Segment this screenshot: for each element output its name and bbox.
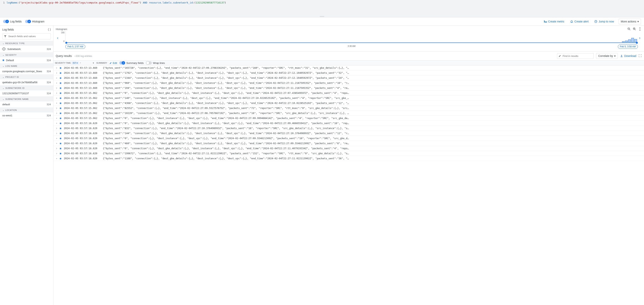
log-row[interactable]: ›✱2024-02-05 03:57:16.620{"bytes_sent":"… [54,151,644,156]
log-row[interactable]: ›✱2024-02-05 03:57:16.620{"bytes_sent":"… [54,121,644,126]
switch-icon[interactable] [119,61,125,65]
time-column-menu-icon[interactable]: ▾ [93,62,94,64]
expand-row-icon[interactable]: › [55,82,58,84]
facet-item[interactable]: ✱Default324 [0,57,53,64]
range-handle-end[interactable] [636,42,638,44]
expand-row-icon[interactable]: › [55,122,58,125]
log-row[interactable]: ›✱2024-02-05 03:57:15.062{"bytes_sent":"… [54,111,644,116]
correlate-button[interactable]: Correlate by ▾ [596,53,618,59]
log-row[interactable]: ›✱2024-02-05 03:57:15.062{"bytes_sent":"… [54,116,644,121]
facet-item[interactable]: compute.googleapis.com/vpc_flows324 [0,68,53,75]
log-row[interactable]: ›✱2024-02-05 03:57:16.620{"bytes_sent":"… [54,141,644,146]
expand-row-icon[interactable]: › [55,157,58,160]
expand-vertical-icon[interactable] [638,27,642,31]
fullscreen-icon[interactable]: ⛶ [638,54,642,58]
severity-icon[interactable]: ✱ [58,131,63,135]
resize-handle[interactable] [320,16,324,17]
expand-row-icon[interactable]: › [55,112,58,115]
log-row[interactable]: ›✱2024-02-05 03:57:15.062{"bytes_sent":"… [54,101,644,106]
facet-group-header[interactable]: ⌃SEVERITY [0,53,53,57]
facet-group-header[interactable]: ⌃LOCATION [0,108,53,112]
facet-item[interactable]: 1321292905877716137324 [0,90,53,97]
range-handle-start[interactable] [65,42,67,44]
expand-row-icon[interactable]: › [55,102,58,105]
log-row[interactable]: ›✱2024-02-05 03:57:13.660{"bytes_sent":"… [54,86,644,91]
severity-icon[interactable]: ✱ [58,147,63,150]
switch-icon[interactable] [25,20,31,23]
expand-row-icon[interactable]: › [55,72,58,74]
histogram-plot[interactable]: Feb 5, 2:57 AM Feb 5, 3:58 AM 3:30 AM [65,32,638,42]
severity-icon[interactable]: ✱ [58,66,63,70]
facet-group-header[interactable]: ⌃LOG NAME [0,64,53,68]
expand-row-icon[interactable]: › [55,142,58,145]
severity-icon[interactable]: ✱ [58,126,63,130]
expand-row-icon[interactable]: › [55,137,58,140]
expand-row-icon[interactable]: › [55,77,58,79]
facet-group-header[interactable]: ⌃SUBNETWORK NAME [0,97,53,101]
expand-row-icon[interactable]: › [55,92,58,94]
facet-group-header[interactable]: ⌃RESOURCE TYPE [0,41,53,46]
toggle-wrap-lines[interactable]: Wrap lines [146,61,165,65]
log-row[interactable]: ›✱2024-02-05 03:57:16.620{"bytes_sent":"… [54,136,644,141]
severity-icon[interactable]: ✱ [58,141,63,145]
expand-row-icon[interactable]: › [55,132,58,135]
log-row[interactable]: ›✱2024-02-05 03:57:15.062{"bytes_sent":"… [54,96,644,101]
query-text[interactable]: logName:("projects/qwiklabs-gcp-00-2e76b… [6,0,644,4]
switch-icon[interactable] [3,20,9,23]
sort-asc-icon[interactable]: ↑ [80,62,81,64]
severity-icon[interactable]: ✱ [58,81,63,85]
timezone-chip[interactable]: IST ▾ [72,62,79,65]
download-button[interactable]: Download [620,54,636,58]
expand-row-icon[interactable]: › [55,152,58,155]
facet-item[interactable]: us-west1324 [0,112,53,119]
facet-item[interactable]: default324 [0,101,53,108]
facet-item[interactable]: Subnetwork324 [0,46,53,53]
facet-item[interactable]: qwiklabs-gcp-00-2e76b685af56324 [0,79,53,86]
expand-row-icon[interactable]: › [55,147,58,150]
expand-row-icon[interactable]: › [55,87,58,89]
toggle-histogram[interactable]: Histogram [25,20,44,23]
create-metric-button[interactable]: Create metric [543,19,566,24]
log-row[interactable]: ›✱2024-02-05 03:57:15.062{"bytes_sent":"… [54,91,644,96]
severity-icon[interactable]: ✱ [58,76,63,80]
severity-icon[interactable]: ✱ [58,111,63,115]
severity-icon[interactable]: ✱ [58,101,63,105]
col-severity[interactable]: SEVERITY [55,62,64,64]
more-actions-button[interactable]: More actions ▾ [619,19,641,24]
log-row[interactable]: ›✱2024-02-05 03:57:15.062{"bytes_sent":"… [54,106,644,111]
log-row[interactable]: ›✱2024-02-05 03:57:13.660{"bytes_sent":"… [54,81,644,86]
severity-icon[interactable]: ✱ [58,86,63,90]
search-input[interactable] [2,33,51,39]
expand-row-icon[interactable]: › [55,127,58,130]
expand-row-icon[interactable]: › [55,67,58,69]
severity-icon[interactable]: ✱ [58,96,63,100]
facet-group-header[interactable]: ⌃PROJECT ID [0,75,53,79]
log-row[interactable]: ›✱2024-02-05 03:57:16.620{"bytes_sent":"… [54,131,644,136]
edit-summary-button[interactable]: Edit [110,62,117,65]
zoom-in-icon[interactable] [633,27,636,31]
histogram-bar[interactable] [622,42,625,42]
query-editor[interactable]: 1 logName:("projects/qwiklabs-gcp-00-2e7… [0,0,644,18]
expand-row-icon[interactable]: › [55,107,58,110]
log-row[interactable]: ›✱2024-02-05 03:57:16.620{"bytes_sent":"… [54,126,644,131]
log-row[interactable]: ›✱2024-02-05 03:57:13.660{"bytes_sent":"… [54,71,644,76]
severity-icon[interactable]: ✱ [58,116,63,120]
expand-row-icon[interactable]: › [55,97,58,100]
log-row[interactable]: ›✱2024-02-05 03:57:16.620{"bytes_sent":"… [54,156,644,161]
switch-icon[interactable] [146,61,152,65]
find-input[interactable] [557,53,594,59]
log-row[interactable]: ›✱2024-02-05 03:57:16.620{"bytes_sent":"… [54,146,644,151]
log-row[interactable]: ›✱2024-02-05 03:57:13.660{"bytes_sent":"… [54,76,644,81]
range-end-chip[interactable]: Feb 5, 3:58 AM [618,45,638,49]
histogram-bar[interactable] [631,38,634,42]
log-row[interactable]: ›✱2024-02-05 03:57:13.660{"bytes_sent":"… [54,65,644,71]
create-alert-button[interactable]: Create alert [569,19,590,24]
expand-row-icon[interactable]: › [55,117,58,120]
severity-icon[interactable]: ✱ [58,152,63,155]
collapse-icon[interactable]: ⟨ ⟩ [48,28,51,31]
histogram-prev-button[interactable]: ‹ [56,32,60,44]
severity-icon[interactable]: ✱ [58,157,63,160]
range-start-chip[interactable]: Feb 5, 2:57 AM [65,45,85,49]
severity-icon[interactable]: ✱ [58,106,63,110]
time-rail[interactable] [65,43,638,43]
